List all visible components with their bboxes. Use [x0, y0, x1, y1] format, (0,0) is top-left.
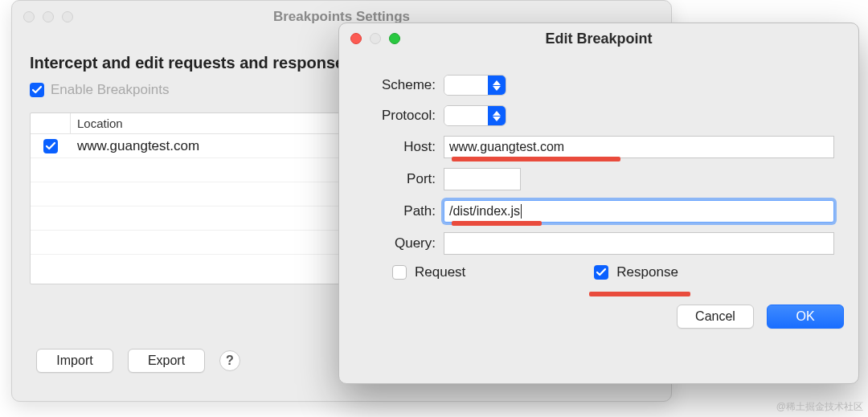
query-label: Query: [363, 235, 444, 251]
close-button[interactable] [350, 33, 362, 44]
front-traffic-lights [350, 33, 400, 44]
ok-button[interactable]: OK [767, 305, 844, 329]
protocol-select[interactable] [444, 105, 506, 126]
port-label: Port: [363, 171, 444, 187]
protocol-label: Protocol: [363, 108, 444, 124]
path-label: Path: [363, 203, 444, 219]
edit-breakpoint-window: Edit Breakpoint Scheme: Protocol: [338, 22, 859, 384]
response-checkbox-row[interactable]: Response [594, 264, 678, 280]
response-checkbox[interactable] [594, 265, 608, 280]
path-input[interactable]: /dist/index.js [444, 200, 834, 223]
annotation-underline [452, 157, 620, 161]
request-checkbox[interactable] [392, 265, 407, 280]
scheme-row: Scheme: [363, 75, 834, 96]
annotation-underline [589, 292, 690, 296]
enable-breakpoints-label: Enable Breakpoints [51, 82, 169, 98]
front-titlebar: Edit Breakpoint [339, 23, 858, 54]
path-row: Path: /dist/index.js [363, 200, 834, 223]
updown-icon [488, 76, 506, 95]
zoom-button[interactable] [389, 33, 400, 44]
query-input[interactable] [444, 232, 834, 255]
cancel-button[interactable]: Cancel [677, 305, 754, 329]
request-checkbox-row[interactable]: Request [392, 264, 465, 280]
scheme-label: Scheme: [363, 77, 444, 93]
host-row: Host: [363, 136, 834, 158]
back-traffic-lights [23, 11, 73, 22]
row-checkbox[interactable] [43, 139, 58, 153]
scheme-select[interactable] [444, 75, 506, 96]
host-label: Host: [363, 139, 444, 155]
export-button[interactable]: Export [128, 349, 205, 373]
path-value: /dist/index.js [449, 204, 520, 219]
import-button[interactable]: Import [36, 349, 113, 373]
row-location: www.guangtest.com [71, 138, 199, 154]
minimize-button [370, 33, 381, 44]
back-dot-inactive [43, 11, 54, 22]
request-label: Request [415, 264, 465, 280]
text-cursor [521, 204, 522, 219]
port-input[interactable] [444, 168, 521, 190]
front-title: Edit Breakpoint [545, 31, 652, 47]
annotation-underline [452, 221, 542, 226]
watermark: @稀土掘金技术社区 [776, 400, 863, 414]
updown-icon [488, 106, 506, 125]
host-input[interactable] [444, 136, 834, 158]
port-row: Port: [363, 168, 834, 190]
help-button[interactable]: ? [219, 350, 240, 371]
enable-breakpoints-checkbox[interactable] [30, 83, 44, 97]
response-label: Response [616, 264, 678, 280]
protocol-row: Protocol: [363, 105, 834, 126]
back-dot-inactive [62, 11, 73, 22]
query-row: Query: [363, 232, 834, 255]
back-dot-inactive [23, 11, 35, 22]
col-location: Location [71, 113, 123, 133]
